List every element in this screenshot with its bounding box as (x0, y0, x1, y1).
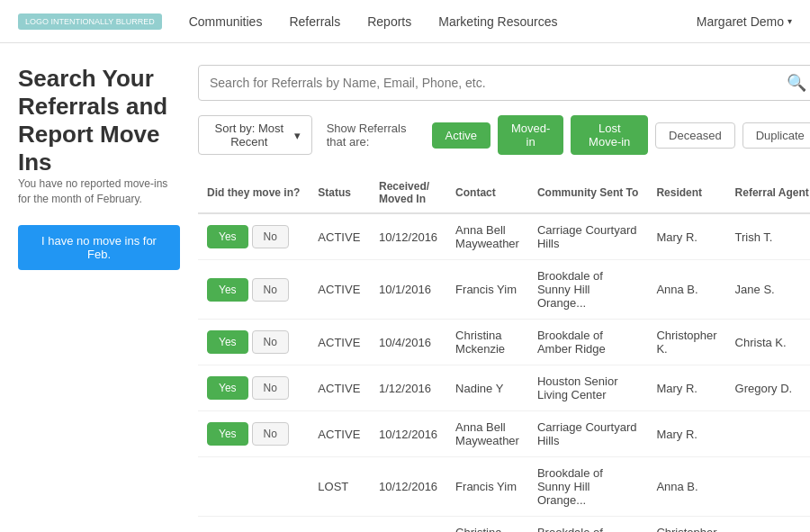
status-cell: ACTIVE (309, 320, 370, 365)
table-row: YesNoACTIVE10/12/2016Anna Bell Mayweathe… (198, 213, 810, 260)
resident-cell: Anna B. (647, 260, 725, 320)
status-cell: ACTIVE (309, 213, 370, 260)
yes-button[interactable]: Yes (207, 330, 248, 354)
no-button[interactable]: No (252, 422, 289, 446)
col-status: Status (309, 173, 370, 213)
contact-cell: Anna Bell Mayweather (446, 411, 528, 457)
filter-active-button[interactable]: Active (432, 122, 490, 149)
date-cell: 10/12/2016 (370, 517, 446, 533)
move-in-cell: YesNo (198, 365, 309, 411)
agent-cell: Gregory D. (726, 365, 810, 411)
nav-link-communities[interactable]: Communities (189, 14, 263, 29)
filter-duplicate-button[interactable]: Duplicate (742, 122, 810, 149)
date-cell: 10/4/2016 (370, 320, 446, 365)
contact-cell: Francis Yim (446, 260, 528, 320)
nav-user-menu[interactable]: Margaret Demo ▾ (697, 14, 792, 29)
move-in-cell: YesNo (198, 213, 309, 260)
nav-link-marketing[interactable]: Marketing Resources (438, 14, 557, 29)
move-in-cell: YesNo (198, 411, 309, 457)
date-cell: 10/12/2016 (370, 411, 446, 457)
resident-cell: Christopher K. (647, 517, 725, 533)
agent-cell (726, 517, 810, 533)
contact-cell: Anna Bell Mayweather (446, 213, 528, 260)
filter-moved-in-button[interactable]: Moved-in (498, 115, 563, 155)
yes-button[interactable]: Yes (207, 422, 248, 446)
col-move-in: Did they move in? (198, 173, 309, 213)
table-row: LOST10/12/2016Christina MckenzieBrookdal… (198, 517, 810, 533)
no-button[interactable]: No (252, 330, 289, 354)
table-row: YesNoACTIVE10/4/2016Christina MckenzieBr… (198, 320, 810, 365)
community-cell: Carriage Courtyard Hills (528, 213, 647, 260)
search-input[interactable] (210, 76, 787, 90)
resident-cell: Mary R. (647, 411, 725, 457)
date-cell: 1/12/2016 (370, 365, 446, 411)
filter-deceased-button[interactable]: Deceased (655, 122, 735, 149)
resident-cell: Mary R. (647, 365, 725, 411)
community-cell: Carriage Courtyard Hills (528, 411, 647, 457)
table-row: LOST10/12/2016Francis YimBrookdale of Su… (198, 457, 810, 517)
sort-chevron-icon: ▾ (294, 129, 301, 142)
table-row: YesNoACTIVE10/12/2016Anna Bell Mayweathe… (198, 411, 810, 457)
date-cell: 10/12/2016 (370, 457, 446, 517)
table-row: YesNoACTIVE10/1/2016Francis YimBrookdale… (198, 260, 810, 320)
agent-cell (726, 457, 810, 517)
nav-username: Margaret Demo (697, 14, 784, 29)
contact-cell: Nadine Y (446, 365, 528, 411)
nav-link-referrals[interactable]: Referrals (289, 14, 340, 29)
yes-button[interactable]: Yes (207, 278, 248, 302)
no-button[interactable]: No (252, 376, 289, 400)
col-resident: Resident (647, 173, 725, 213)
sort-dropdown[interactable]: Sort by: Most Recent ▾ (198, 115, 312, 155)
resident-cell: Anna B. (647, 457, 725, 517)
search-icon: 🔍 (787, 73, 806, 93)
sidebar-notice: You have no reported move-ins for the mo… (18, 176, 180, 207)
status-cell: ACTIVE (309, 365, 370, 411)
no-button[interactable]: No (252, 225, 289, 248)
col-agent: Referral Agent (726, 173, 810, 213)
move-in-cell: YesNo (198, 320, 309, 365)
resident-cell: Christopher K. (647, 320, 725, 365)
nav-bar: LOGO INTENTIONALLY BLURRED Communities R… (0, 0, 810, 43)
status-cell: ACTIVE (309, 411, 370, 457)
move-in-cell: YesNo (198, 260, 309, 320)
main-layout: Search Your Referrals and Report Move In… (0, 43, 810, 532)
status-cell: LOST (309, 517, 370, 533)
filter-lost-move-in-button[interactable]: Lost Move-in (571, 115, 648, 155)
sidebar: Search Your Referrals and Report Move In… (18, 65, 180, 532)
table-header: Did they move in? Status Received/Moved … (198, 173, 810, 213)
nav-logo: LOGO INTENTIONALLY BLURRED (18, 14, 162, 30)
community-cell: Brookdale of Sunny Hill Orange... (528, 260, 647, 320)
no-button[interactable]: No (252, 278, 289, 302)
show-referrals-label: Show Referrals that are: (327, 122, 421, 149)
nav-link-reports[interactable]: Reports (367, 14, 411, 29)
yes-button[interactable]: Yes (207, 376, 248, 400)
move-in-cell (198, 457, 309, 517)
table-body: YesNoACTIVE10/12/2016Anna Bell Mayweathe… (198, 213, 810, 532)
chevron-down-icon: ▾ (788, 16, 792, 26)
content-area: 🔍 Sort by: Most Recent ▾ Show Referrals … (198, 65, 810, 532)
agent-cell: Christa K. (726, 320, 810, 365)
contact-cell: Francis Yim (446, 457, 528, 517)
date-cell: 10/12/2016 (370, 213, 446, 260)
agent-cell: Trish T. (726, 213, 810, 260)
contact-cell: Christina Mckenzie (446, 517, 528, 533)
agent-cell: Jane S. (726, 260, 810, 320)
agent-cell (726, 411, 810, 457)
yes-button[interactable]: Yes (207, 225, 248, 248)
date-cell: 10/1/2016 (370, 260, 446, 320)
move-in-cell (198, 517, 309, 533)
community-cell: Brookdale of Amber Ridge (528, 517, 647, 533)
nav-links: Communities Referrals Reports Marketing … (189, 14, 697, 29)
sort-label: Sort by: Most Recent (210, 122, 289, 149)
contact-cell: Christina Mckenzie (446, 320, 528, 365)
community-cell: Brookdale of Amber Ridge (528, 320, 647, 365)
no-move-ins-button[interactable]: I have no move ins for Feb. (18, 225, 180, 270)
referrals-table: Did they move in? Status Received/Moved … (198, 173, 810, 532)
community-cell: Brookdale of Sunny Hill Orange... (528, 457, 647, 517)
search-bar: 🔍 (198, 65, 810, 101)
resident-cell: Mary R. (647, 213, 725, 260)
community-cell: Houston Senior Living Center (528, 365, 647, 411)
filter-bar: Sort by: Most Recent ▾ Show Referrals th… (198, 115, 810, 155)
page-title: Search Your Referrals and Report Move In… (18, 65, 180, 176)
status-cell: ACTIVE (309, 260, 370, 320)
